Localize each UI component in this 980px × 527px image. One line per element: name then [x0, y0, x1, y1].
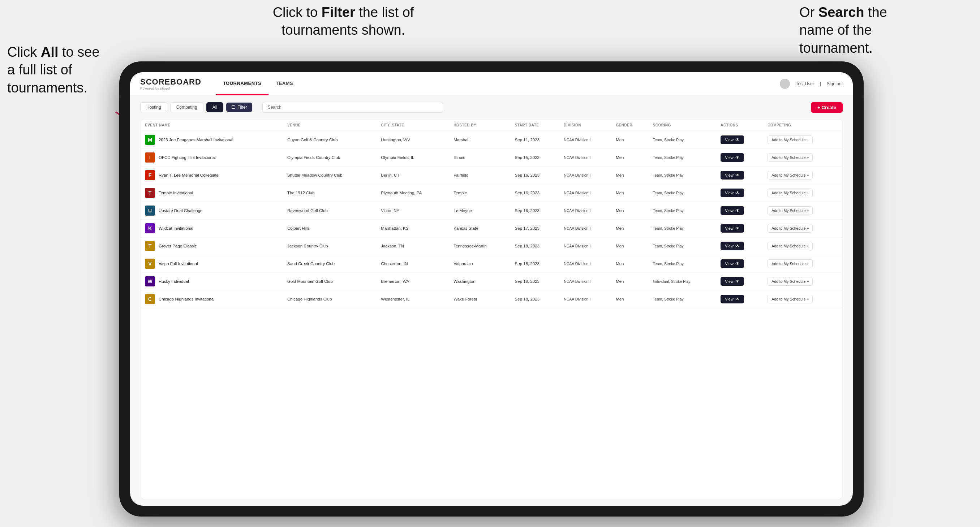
add-schedule-button-5[interactable]: Add to My Schedule +: [767, 224, 813, 233]
team-logo-6: T: [145, 241, 155, 251]
tab-hosting[interactable]: Hosting: [140, 102, 167, 112]
view-label-6: View: [725, 244, 733, 248]
cell-event-name-7: V Valpo Fall Invitational: [140, 255, 283, 273]
view-button-2[interactable]: View 👁: [721, 171, 744, 179]
view-button-8[interactable]: View 👁: [721, 277, 744, 286]
add-schedule-button-9[interactable]: Add to My Schedule +: [767, 295, 813, 303]
cell-actions-5: View 👁: [716, 220, 763, 237]
view-button-0[interactable]: View 👁: [721, 135, 744, 144]
search-input[interactable]: [262, 102, 443, 113]
cell-hosted-7: Valparaiso: [449, 255, 510, 273]
tab-all[interactable]: All: [206, 102, 223, 112]
separator: |: [820, 81, 821, 86]
annotation-all: Click All to seea full list oftournament…: [7, 43, 123, 97]
cell-hosted-6: Tennessee-Martin: [449, 237, 510, 255]
cell-hosted-4: Le Moyne: [449, 202, 510, 220]
add-schedule-button-3[interactable]: Add to My Schedule +: [767, 189, 813, 197]
table-body: M 2023 Joe Feaganes Marshall Invitationa…: [140, 131, 842, 308]
view-label-9: View: [725, 297, 733, 301]
cell-actions-0: View 👁: [716, 131, 763, 149]
view-button-3[interactable]: View 👁: [721, 189, 744, 197]
add-schedule-button-6[interactable]: Add to My Schedule +: [767, 242, 813, 250]
eye-icon-2: 👁: [735, 173, 740, 178]
cell-hosted-3: Temple: [449, 184, 510, 202]
cell-gender-8: Men: [611, 273, 648, 290]
table-row: U Upstate Dual Challenge Ravenwood Golf …: [140, 202, 842, 220]
cell-scoring-1: Team, Stroke Play: [649, 149, 717, 167]
add-schedule-button-1[interactable]: Add to My Schedule +: [767, 153, 813, 162]
eye-icon-9: 👁: [735, 297, 740, 302]
nav-teams[interactable]: TEAMS: [269, 72, 300, 95]
col-venue: VENUE: [283, 119, 377, 131]
cell-event-name-1: I OFCC Fighting Illini Invitational: [140, 149, 283, 167]
view-button-5[interactable]: View 👁: [721, 224, 744, 233]
cell-venue-8: Gold Mountain Golf Club: [283, 273, 377, 290]
cell-scoring-5: Team, Stroke Play: [649, 220, 717, 237]
event-name-text-9: Chicago Highlands Invitational: [159, 297, 215, 301]
cell-actions-2: View 👁: [716, 167, 763, 184]
cell-event-name-6: T Grover Page Classic: [140, 237, 283, 255]
filter-label: Filter: [237, 105, 247, 110]
cell-venue-2: Shuttle Meadow Country Club: [283, 167, 377, 184]
sign-out-link[interactable]: Sign out: [827, 81, 843, 86]
ipad-frame: SCOREBOARD Powered by clippd TOURNAMENTS…: [119, 61, 864, 516]
event-name-text-6: Grover Page Classic: [159, 244, 197, 248]
cell-date-0: Sep 11, 2023: [511, 131, 560, 149]
cell-date-6: Sep 18, 2023: [511, 237, 560, 255]
tab-competing[interactable]: Competing: [170, 102, 204, 112]
view-button-6[interactable]: View 👁: [721, 242, 744, 250]
col-division: DIVISION: [559, 119, 611, 131]
add-schedule-label-7: Add to My Schedule +: [772, 262, 809, 266]
add-schedule-button-8[interactable]: Add to My Schedule +: [767, 277, 813, 286]
cell-event-name-3: T Temple Invitational: [140, 184, 283, 202]
cell-division-3: NCAA Division I: [559, 184, 611, 202]
cell-division-9: NCAA Division I: [559, 290, 611, 308]
cell-competing-8: Add to My Schedule +: [763, 273, 842, 290]
filter-button[interactable]: ☰ Filter: [226, 103, 252, 112]
table-row: T Temple Invitational The 1912 Club Plym…: [140, 184, 842, 202]
add-schedule-button-7[interactable]: Add to My Schedule +: [767, 259, 813, 268]
create-button[interactable]: + Create: [811, 102, 843, 113]
eye-icon-8: 👁: [735, 279, 740, 284]
add-schedule-label-9: Add to My Schedule +: [772, 297, 809, 301]
cell-venue-0: Guyan Golf & Country Club: [283, 131, 377, 149]
add-schedule-button-4[interactable]: Add to My Schedule +: [767, 206, 813, 215]
cell-date-8: Sep 18, 2023: [511, 273, 560, 290]
view-label-3: View: [725, 191, 733, 195]
cell-actions-1: View 👁: [716, 149, 763, 167]
cell-venue-7: Sand Creek Country Club: [283, 255, 377, 273]
cell-hosted-0: Marshall: [449, 131, 510, 149]
cell-city-7: Chesterton, IN: [377, 255, 449, 273]
cell-date-4: Sep 16, 2023: [511, 202, 560, 220]
cell-venue-5: Colbert Hills: [283, 220, 377, 237]
col-start-date: START DATE: [511, 119, 560, 131]
event-name-text-7: Valpo Fall Invitational: [159, 262, 198, 266]
view-button-1[interactable]: View 👁: [721, 153, 744, 162]
cell-date-9: Sep 18, 2023: [511, 290, 560, 308]
view-label-1: View: [725, 155, 733, 160]
logo-area: SCOREBOARD Powered by clippd: [140, 77, 201, 90]
col-actions: ACTIONS: [716, 119, 763, 131]
add-schedule-button-0[interactable]: Add to My Schedule +: [767, 135, 813, 144]
team-logo-9: C: [145, 294, 155, 304]
add-schedule-button-2[interactable]: Add to My Schedule +: [767, 171, 813, 179]
add-schedule-label-6: Add to My Schedule +: [772, 244, 809, 248]
team-logo-8: W: [145, 276, 155, 286]
cell-date-7: Sep 18, 2023: [511, 255, 560, 273]
view-button-4[interactable]: View 👁: [721, 206, 744, 215]
cell-competing-0: Add to My Schedule +: [763, 131, 842, 149]
cell-scoring-4: Team, Stroke Play: [649, 202, 717, 220]
create-label: + Create: [818, 105, 836, 110]
cell-city-8: Bremerton, WA: [377, 273, 449, 290]
col-city-state: CITY, STATE: [377, 119, 449, 131]
view-label-2: View: [725, 173, 733, 177]
cell-gender-7: Men: [611, 255, 648, 273]
nav-tournaments[interactable]: TOURNAMENTS: [216, 72, 269, 95]
cell-competing-4: Add to My Schedule +: [763, 202, 842, 220]
cell-scoring-6: Team, Stroke Play: [649, 237, 717, 255]
cell-gender-6: Men: [611, 237, 648, 255]
view-button-9[interactable]: View 👁: [721, 295, 744, 303]
event-name-text-0: 2023 Joe Feaganes Marshall Invitational: [159, 138, 234, 142]
cell-date-1: Sep 15, 2023: [511, 149, 560, 167]
view-button-7[interactable]: View 👁: [721, 259, 744, 268]
